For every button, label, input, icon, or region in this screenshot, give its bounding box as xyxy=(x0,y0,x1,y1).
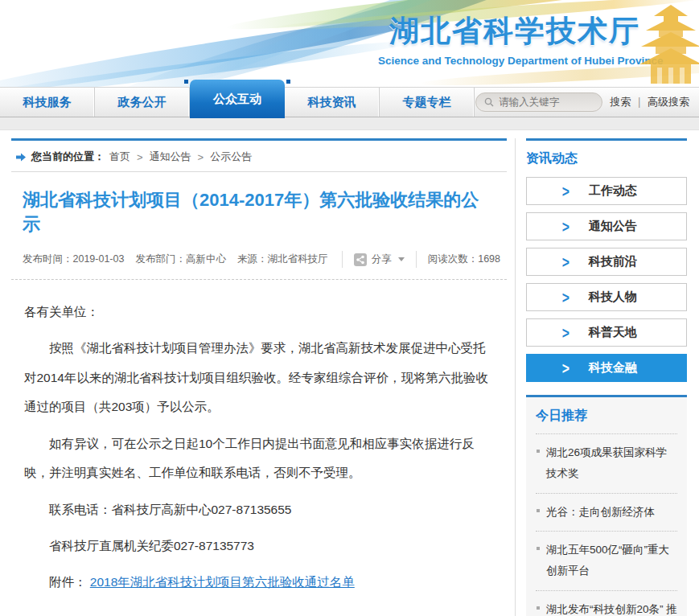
nav-tab-public-interaction[interactable]: 公众互动 xyxy=(190,80,285,118)
attachment-link[interactable]: 2018年湖北省科技计划项目第六批验收通过名单 xyxy=(90,575,355,589)
recommend-item[interactable]: 光谷：走向创新经济体 xyxy=(536,493,677,531)
chevron-right-icon: > xyxy=(562,217,569,235)
advanced-search-link[interactable]: 高级搜索 xyxy=(648,96,689,108)
news-nav-title: 资讯动态 xyxy=(526,150,687,167)
breadcrumb-arrow-icon xyxy=(16,153,27,162)
nav-tab-gov-affairs[interactable]: 政务公开 xyxy=(95,88,190,117)
bullet-square-icon xyxy=(537,450,540,453)
search-area: 搜索｜高级搜索 xyxy=(475,88,699,117)
news-nav-panel: 资讯动态 > 工作动态 > 通知公告 > 科技前沿 > 科技人物 > 科普天地 xyxy=(526,138,687,382)
sidebar-item-tech-finance[interactable]: > 科技金融 xyxy=(526,354,687,382)
sidebar-item-notices[interactable]: > 通知公告 xyxy=(526,212,687,240)
search-box[interactable] xyxy=(475,92,602,112)
chevron-right-icon: > xyxy=(562,253,569,270)
contact-phone-line: 联系电话：省科技厅高新中心027-87135655 xyxy=(24,495,494,524)
recommend-item[interactable]: 湖北发布“科技创新20条” 推动形成区域创新发展新格局 xyxy=(536,590,677,616)
site-header: 湖北省科学技术厅 Science and Technology Departme… xyxy=(0,0,699,87)
signature: 湖北省科技厅 xyxy=(74,612,544,616)
sidebar: 资讯动态 > 工作动态 > 通知公告 > 科技前沿 > 科技人物 > 科普天地 xyxy=(526,138,687,616)
share-label: 分享 xyxy=(372,253,392,266)
main-nav: 科技服务 政务公开 公众互动 科技资讯 专题专栏 搜索｜高级搜索 xyxy=(0,87,699,117)
publish-time: 发布时间：2019-01-03 xyxy=(23,253,124,266)
search-button[interactable]: 搜索 xyxy=(610,96,631,108)
search-icon xyxy=(484,97,494,107)
breadcrumb-prefix: 您当前的位置： xyxy=(31,150,105,164)
share-control[interactable]: 分享 xyxy=(342,251,417,268)
search-links: 搜索｜高级搜索 xyxy=(610,95,689,109)
salutation: 各有关单位： xyxy=(24,298,494,326)
chevron-right-icon: > xyxy=(562,182,569,199)
sidebar-item-work-news[interactable]: > 工作动态 xyxy=(526,177,687,205)
breadcrumb-separator: > xyxy=(198,151,204,163)
article-source: 来源：湖北省科技厅 xyxy=(237,253,328,266)
read-count: 阅读次数：1698 xyxy=(417,253,500,266)
article-body: 各有关单位： 按照《湖北省科技计划项目管理办法》要求，湖北省高新技术发展促进中心… xyxy=(11,280,507,616)
chevron-right-icon: > xyxy=(562,323,569,341)
main-area: 您当前的位置： 首页 > 通知公告 > 公示公告 湖北省科技计划项目（2014-… xyxy=(0,130,699,616)
nav-tab-tech-services[interactable]: 科技服务 xyxy=(0,88,95,117)
sidebar-item-tech-people[interactable]: > 科技人物 xyxy=(526,283,687,311)
nav-tab-tech-news[interactable]: 科技资讯 xyxy=(285,88,380,117)
bullet-square-icon xyxy=(537,547,540,550)
article-column: 您当前的位置： 首页 > 通知公告 > 公示公告 湖北省科技计划项目（2014-… xyxy=(11,138,507,616)
site-brand: 湖北省科学技术厅 Science and Technology Departme… xyxy=(378,11,652,67)
sidebar-item-tech-frontier[interactable]: > 科技前沿 xyxy=(526,248,687,276)
column-divider xyxy=(515,138,516,616)
today-recommend-title: 今日推荐 xyxy=(536,408,677,433)
breadcrumb-home-link[interactable]: 首页 xyxy=(109,150,130,164)
attachment-line: 附件： 2018年湖北省科技计划项目第六批验收通过名单 xyxy=(24,568,494,597)
recommend-item[interactable]: 湖北26项成果获国家科学技术奖 xyxy=(536,433,677,493)
sub-nav-band xyxy=(0,117,699,130)
share-dropdown-caret-icon xyxy=(398,257,405,261)
breadcrumb: 您当前的位置： 首页 > 通知公告 > 公示公告 xyxy=(11,141,507,172)
breadcrumb-public-notice-link[interactable]: 公示公告 xyxy=(210,150,252,164)
recommend-item[interactable]: 湖北五年500亿“砸向”重大创新平台 xyxy=(536,531,677,590)
search-links-divider: ｜ xyxy=(634,96,644,108)
nav-tab-special-columns[interactable]: 专题专栏 xyxy=(380,88,475,117)
discipline-phone-line: 省科技厅直属机关纪委027-87135773 xyxy=(24,532,494,561)
today-recommend-panel: 今日推荐 湖北26项成果获国家科学技术奖 光谷：走向创新经济体 湖北五年500亿… xyxy=(526,395,687,616)
share-icon xyxy=(354,253,367,266)
chevron-right-icon: > xyxy=(562,288,569,306)
attachment-label: 附件： xyxy=(49,575,87,589)
paragraph: 如有异议，可在公示之日起10个工作日内提出书面意见和相应事实依据进行反映，并注明… xyxy=(24,429,494,488)
breadcrumb-notices-link[interactable]: 通知公告 xyxy=(150,150,191,164)
site-title: 湖北省科学技术厅 xyxy=(378,11,652,51)
breadcrumb-separator: > xyxy=(137,151,143,163)
paragraph: 按照《湖北省科技计划项目管理办法》要求，湖北省高新技术发展促进中心受托对2014… xyxy=(24,334,494,421)
chevron-right-icon: > xyxy=(562,359,569,376)
bullet-square-icon xyxy=(537,606,540,610)
bullet-square-icon xyxy=(537,509,540,512)
sidebar-item-science-world[interactable]: > 科普天地 xyxy=(526,318,687,347)
article-title: 湖北省科技计划项目（2014-2017年）第六批验收结果的公示 xyxy=(11,172,507,244)
publish-department: 发布部门：高新中心 xyxy=(135,253,226,266)
search-input[interactable] xyxy=(499,97,592,108)
site-subtitle: Science and Technology Department of Hub… xyxy=(378,55,652,67)
article-meta: 发布时间：2019-01-03 发布部门：高新中心 来源：湖北省科技厅 分享 阅… xyxy=(11,244,507,280)
yellow-crane-tower-icon xyxy=(639,3,699,84)
